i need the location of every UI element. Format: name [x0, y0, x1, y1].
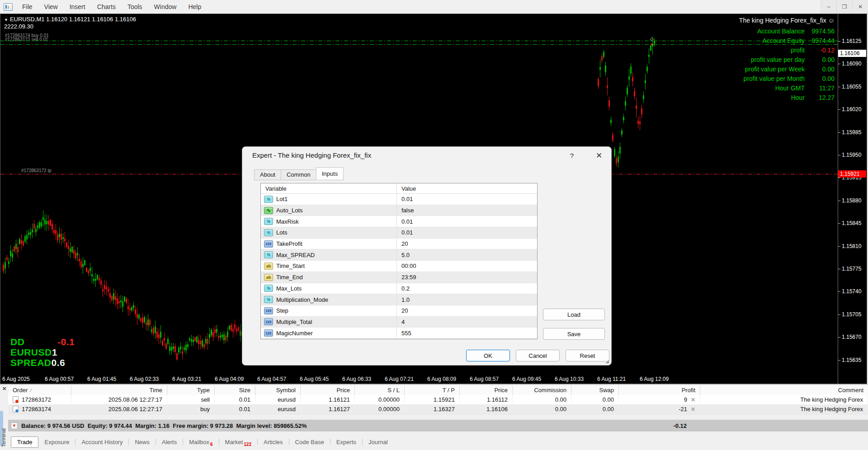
- restore-button[interactable]: ❐: [836, 0, 852, 14]
- terminal-tab-news[interactable]: News: [129, 437, 156, 447]
- terminal-tab-mailbox[interactable]: Mailbox6: [183, 437, 218, 447]
- input-row[interactable]: 123Multiple_Total4: [261, 317, 537, 328]
- close-order-icon[interactable]: ✕: [691, 406, 695, 412]
- input-value-cell[interactable]: 1.0: [396, 294, 537, 305]
- input-row[interactable]: 123TakeProfit20: [261, 239, 537, 250]
- input-value-cell[interactable]: false: [396, 205, 537, 216]
- candle-body: [142, 318, 143, 323]
- terminal-tab-experts[interactable]: Experts: [330, 437, 362, 447]
- candle-body: [33, 224, 35, 229]
- column-header-symbol[interactable]: Symbol: [255, 385, 301, 395]
- menu-view[interactable]: View: [38, 0, 64, 14]
- terminal-close-icon[interactable]: ✕: [2, 386, 6, 392]
- input-value-cell[interactable]: 555: [396, 328, 537, 338]
- symbol-line: EURUSD1: [10, 347, 75, 357]
- input-value-cell[interactable]: 4: [396, 317, 537, 328]
- resize-grip-icon[interactable]: ◢: [605, 359, 609, 364]
- minimize-button[interactable]: –: [821, 0, 836, 14]
- input-row[interactable]: 123MagicNumber555: [261, 328, 537, 339]
- terminal-tab-exposure[interactable]: Exposure: [38, 437, 75, 447]
- menu-tools[interactable]: Tools: [122, 0, 148, 14]
- terminal-side-label[interactable]: Terminal: [1, 428, 6, 447]
- input-row[interactable]: ½MaxRisk0.01: [261, 216, 537, 227]
- variable-column-header[interactable]: Variable: [261, 185, 396, 192]
- column-header-time[interactable]: Time: [71, 385, 167, 395]
- reset-button[interactable]: Reset: [566, 350, 609, 361]
- column-header-sl[interactable]: S / L: [355, 385, 405, 395]
- candle-body: [146, 322, 147, 325]
- terminal-tab-market[interactable]: Market122: [219, 437, 257, 447]
- ok-button[interactable]: OK: [466, 350, 510, 361]
- input-value-cell[interactable]: 23:59: [396, 272, 537, 283]
- candle-body: [124, 297, 125, 301]
- menu-file[interactable]: File: [16, 0, 38, 14]
- cancel-button[interactable]: Cancel: [516, 350, 560, 361]
- column-header-size[interactable]: Size: [215, 385, 255, 395]
- input-row[interactable]: abTime_Start00:00: [261, 261, 537, 272]
- candle-body: [61, 234, 62, 240]
- column-header-type[interactable]: Type: [167, 385, 215, 395]
- input-row[interactable]: ½Max_Lots0.2: [261, 283, 537, 295]
- input-row[interactable]: ½Max_SPREAD5.0: [261, 249, 537, 261]
- input-value-cell[interactable]: 20: [396, 239, 537, 249]
- chart-date-label: 2222.09.30: [4, 23, 33, 30]
- close-order-icon[interactable]: ✕: [691, 397, 695, 403]
- input-value-cell[interactable]: 0.01: [396, 227, 537, 238]
- input-value-cell[interactable]: 0.01: [396, 216, 537, 227]
- candle-body: [630, 66, 632, 74]
- close-button[interactable]: ✕: [852, 0, 868, 14]
- terminal-tab-articles[interactable]: Articles: [258, 437, 289, 447]
- price-tick-label: 1.15950: [842, 152, 861, 158]
- help-button[interactable]: ?: [565, 150, 579, 161]
- chart-collapse-icon[interactable]: ▼: [4, 18, 8, 22]
- column-header-order[interactable]: Order⁄: [8, 385, 71, 395]
- spread-value: 0.6: [52, 357, 66, 368]
- time-axis[interactable]: 6 Aug 20256 Aug 00:576 Aug 01:456 Aug 02…: [0, 375, 838, 384]
- column-header-profit[interactable]: Profit: [619, 385, 700, 395]
- candle-body: [609, 100, 610, 107]
- price-axis[interactable]: 1.161251.160901.160551.160201.159851.159…: [838, 14, 867, 384]
- terminal-tab-account-history[interactable]: Account History: [75, 437, 128, 447]
- column-header-price[interactable]: Price: [460, 385, 513, 395]
- candle-body: [26, 235, 28, 239]
- load-button[interactable]: Load: [543, 309, 605, 320]
- input-value-cell[interactable]: 20: [396, 305, 537, 316]
- column-header-commission[interactable]: Commission: [513, 385, 571, 395]
- column-header-price[interactable]: Price: [301, 385, 355, 395]
- input-row[interactable]: abTime_End23:59: [261, 272, 537, 283]
- save-button[interactable]: Save: [543, 328, 605, 340]
- tab-about[interactable]: About: [254, 169, 281, 180]
- candle-body: [19, 239, 20, 244]
- input-row[interactable]: 123Step20: [261, 305, 537, 317]
- candle-body: [634, 91, 635, 96]
- input-row[interactable]: ∿Auto_Lotsfalse: [261, 205, 537, 216]
- column-header-comment[interactable]: Comment: [700, 385, 868, 395]
- candle-body: [127, 306, 129, 309]
- order-row[interactable]: 1728631742025.08.06 12:27:17buy0.01eurus…: [8, 404, 868, 414]
- value-column-header[interactable]: Value: [396, 183, 537, 193]
- column-header-tp[interactable]: T / P: [405, 385, 460, 395]
- candle-body: [113, 293, 114, 300]
- input-value-cell[interactable]: 00:00: [396, 261, 537, 272]
- input-row[interactable]: ½Multiplication_Mode1.0: [261, 294, 537, 305]
- menu-help[interactable]: Help: [182, 0, 207, 14]
- input-row[interactable]: ½Lots0.01: [261, 227, 537, 239]
- input-value-cell[interactable]: 0.2: [396, 283, 537, 294]
- tab-inputs[interactable]: Inputs: [316, 167, 344, 180]
- menu-insert[interactable]: Insert: [64, 0, 91, 14]
- dialog-close-icon[interactable]: ✕: [592, 150, 606, 161]
- input-row[interactable]: ½Lot10.01: [261, 194, 537, 205]
- terminal-tab-journal[interactable]: Journal: [363, 437, 394, 447]
- terminal-tab-code-base[interactable]: Code Base: [289, 437, 330, 447]
- column-header-swap[interactable]: Swap: [571, 385, 619, 395]
- candle-body: [158, 334, 160, 338]
- expert-dialog[interactable]: Expert - The king Hedging Forex_fix_fix …: [242, 146, 612, 366]
- input-value-cell[interactable]: 5.0: [396, 249, 537, 260]
- menu-window[interactable]: Window: [148, 0, 183, 14]
- order-row[interactable]: 1728631722025.08.06 12:27:17sell0.01euru…: [8, 395, 868, 405]
- tab-common[interactable]: Common: [281, 169, 316, 180]
- terminal-tab-alerts[interactable]: Alerts: [156, 437, 183, 447]
- terminal-tab-trade[interactable]: Trade: [11, 436, 38, 448]
- menu-charts[interactable]: Charts: [91, 0, 122, 14]
- input-value-cell[interactable]: 0.01: [396, 194, 537, 205]
